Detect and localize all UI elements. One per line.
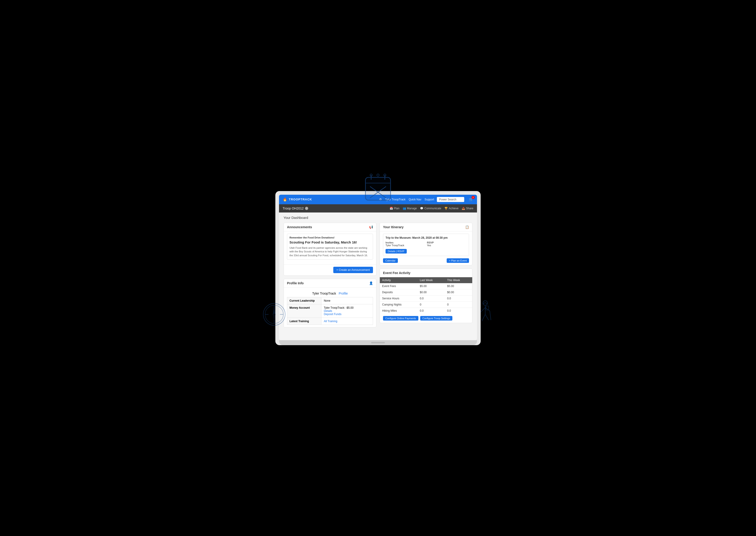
megaphone-icon: 📢 bbox=[369, 225, 373, 229]
svg-rect-0 bbox=[366, 177, 390, 200]
money-account-value: Tyler TroopTrack: -$5.00 bbox=[324, 306, 353, 309]
profile-body: Tyler TroopTrack Profile Current Leaders… bbox=[284, 287, 376, 327]
label-money-account: Money Account bbox=[287, 304, 321, 318]
event-details-grid: Invites Tyler TroopTrack RSVP Yes bbox=[385, 241, 466, 247]
col-last-week: Last Week bbox=[417, 277, 445, 283]
cart-badge: 0 bbox=[472, 196, 475, 199]
nav-communicate[interactable]: 💬 Communicate bbox=[420, 207, 441, 210]
svg-point-7 bbox=[377, 174, 379, 176]
announcement-box: Remember the Food Drive Donations! Scout… bbox=[287, 234, 373, 260]
nav-achieve[interactable]: 🏆 Achieve bbox=[444, 207, 458, 210]
fee-this-week: $0.00 bbox=[445, 289, 472, 295]
svg-line-19 bbox=[481, 308, 485, 312]
value-money-account: Tyler TroopTrack: -$5.00 Details Deposit… bbox=[321, 304, 373, 318]
itinerary-card: Your Itinerary 📋 Trip to the Museum: Mar… bbox=[379, 223, 472, 265]
label-latest-training: Latest Training bbox=[287, 318, 321, 325]
fee-table-row: Event Fees$5.00$5.00 bbox=[380, 283, 472, 289]
fee-table-row: Service Hours0.00.0 bbox=[380, 295, 472, 301]
fee-this-week: 0.0 bbox=[445, 308, 472, 314]
itinerary-actions: Calendar + Plan an Event bbox=[383, 258, 469, 263]
configure-buttons-row: Configure Online Payments Configure Troo… bbox=[380, 314, 472, 323]
profile-card-title: Profile Info bbox=[287, 281, 304, 285]
table-row: Latest Training All Training bbox=[287, 318, 373, 325]
troop-info-icon[interactable]: i bbox=[305, 207, 308, 210]
table-row: Money Account Tyler TroopTrack: -$5.00 D… bbox=[287, 304, 373, 318]
itinerary-header: Your Itinerary 📋 bbox=[380, 223, 472, 231]
configure-payments-button[interactable]: Configure Online Payments bbox=[383, 316, 418, 320]
troop-name-text: Troop OH2012 bbox=[283, 207, 304, 210]
nav-share[interactable]: 📤 Share bbox=[462, 207, 473, 210]
profile-icon: 👤 bbox=[369, 281, 373, 285]
content-grid: Announcements 📢 Remember the Food Drive … bbox=[284, 223, 472, 328]
brand-logo-area: 🔥 TROOPTRACK bbox=[283, 197, 312, 202]
rsvp-value: Yes bbox=[427, 244, 467, 247]
invites-label: Invites Tyler TroopTrack bbox=[385, 241, 425, 247]
achieve-icon: 🏆 bbox=[444, 207, 448, 210]
fee-last-week: $0.00 bbox=[417, 289, 445, 295]
event-fee-header: Event Fee Activity bbox=[380, 269, 472, 277]
announcement-header-text: Remember the Food Drive Donations! bbox=[290, 236, 371, 239]
svg-line-23 bbox=[485, 315, 488, 320]
rsvp-section: RSVP Yes bbox=[427, 241, 467, 247]
configure-troop-button[interactable]: Configure Troop Settings bbox=[420, 316, 452, 320]
fee-table-row: Deposits$0.00$0.00 bbox=[380, 289, 472, 295]
nav-plan[interactable]: 📅 Plan bbox=[390, 207, 399, 210]
nav-quick-nav[interactable]: Quick Nav bbox=[409, 198, 421, 201]
details-rsvp-button[interactable]: Details | RSVP bbox=[385, 249, 407, 253]
itinerary-event: Trip to the Museum: March 28, 2020 at 08… bbox=[383, 234, 469, 256]
profile-name-row: Tyler TroopTrack Profile bbox=[287, 290, 373, 297]
deposit-funds-link[interactable]: Deposit Funds bbox=[324, 313, 341, 316]
announcements-body: Remember the Food Drive Donations! Scout… bbox=[284, 231, 376, 264]
profile-name: Tyler TroopTrack bbox=[312, 291, 336, 295]
svg-rect-24 bbox=[486, 306, 488, 310]
fee-last-week: 0 bbox=[417, 301, 445, 308]
announcements-card: Announcements 📢 Remember the Food Drive … bbox=[284, 223, 377, 276]
profile-link[interactable]: Profile bbox=[339, 291, 348, 295]
nav-manage[interactable]: 👥 Manage bbox=[403, 207, 417, 210]
svg-line-22 bbox=[482, 315, 485, 321]
sub-nav-links: 📅 Plan 👥 Manage 💬 Communicate 🏆 Achieve bbox=[390, 207, 473, 210]
col-this-week: This Week bbox=[445, 277, 472, 283]
plan-event-button[interactable]: + Plan an Event bbox=[447, 258, 469, 263]
fee-last-week: 0.0 bbox=[417, 295, 445, 301]
fee-activity-name: Camping Nights bbox=[380, 301, 417, 308]
fee-table-header-row: Activity Last Week This Week bbox=[380, 277, 472, 283]
svg-marker-15 bbox=[273, 308, 275, 315]
cart-icon[interactable]: 🛒 0 bbox=[469, 197, 473, 202]
table-row: Current Leadership None bbox=[287, 297, 373, 304]
event-title: Trip to the Museum: March 28, 2020 at 08… bbox=[385, 236, 466, 239]
fee-activity-name: Hiking Miles bbox=[380, 308, 417, 314]
fee-table-row: Hiking Miles0.00.0 bbox=[380, 308, 472, 314]
create-announcement-button[interactable]: + Create an Announcement bbox=[333, 267, 373, 273]
itinerary-title: Your Itinerary bbox=[383, 225, 404, 229]
profile-header: Profile Info 👤 bbox=[284, 279, 376, 287]
nav-support[interactable]: Support bbox=[424, 198, 434, 201]
announcement-body-text: Utah Food Bank and its partner agencies … bbox=[290, 246, 371, 257]
share-icon: 📤 bbox=[462, 207, 465, 210]
brand-icon: 🔥 bbox=[283, 197, 287, 202]
rsvp-label: RSVP bbox=[427, 241, 467, 244]
fee-this-week: 0 bbox=[445, 301, 472, 308]
copy-icon: 📋 bbox=[465, 225, 469, 229]
main-content: Your Dashboard Announcements 📢 bbox=[279, 213, 477, 340]
profile-info-table: Current Leadership None Money Account Ty… bbox=[287, 297, 373, 325]
fee-last-week: 0.0 bbox=[417, 308, 445, 314]
value-current-leadership: None bbox=[321, 297, 373, 304]
all-training-link[interactable]: All Training bbox=[324, 319, 337, 323]
announcements-footer: + Create an Announcement bbox=[284, 264, 376, 275]
fee-table-row: Camping Nights00 bbox=[380, 301, 472, 308]
left-column: Announcements 📢 Remember the Food Drive … bbox=[284, 223, 377, 328]
profile-card: Profile Info 👤 Tyler TroopTrack Profile bbox=[284, 279, 377, 327]
invites-value: Tyler TroopTrack bbox=[385, 244, 425, 247]
svg-marker-16 bbox=[273, 315, 275, 321]
fee-activity-name: Service Hours bbox=[380, 295, 417, 301]
power-search-input[interactable]: Power Search bbox=[437, 197, 464, 202]
event-fee-table-wrapper: Activity Last Week This Week Event Fees$… bbox=[380, 277, 472, 314]
calendar-button[interactable]: Calendar bbox=[383, 258, 398, 263]
details-link[interactable]: Details bbox=[324, 309, 332, 313]
sub-navigation: Troop OH2012 i 📅 Plan 👥 Manage 💬 bbox=[279, 204, 477, 213]
troop-name: Troop OH2012 i bbox=[283, 207, 308, 210]
manage-icon: 👥 bbox=[403, 207, 406, 210]
col-activity: Activity bbox=[380, 277, 417, 283]
fee-last-week: $5.00 bbox=[417, 283, 445, 289]
